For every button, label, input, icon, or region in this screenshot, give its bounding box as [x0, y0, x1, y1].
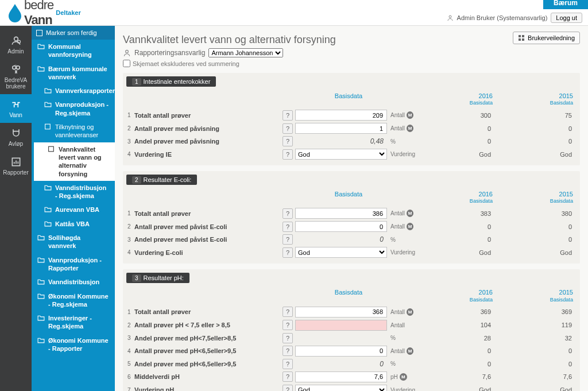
value-input[interactable]	[295, 346, 387, 357]
year1-value: God	[413, 249, 494, 256]
year2-value: 0	[494, 361, 575, 367]
svg-rect-8	[519, 35, 521, 37]
m-badge-icon: M	[407, 210, 413, 217]
row-label: Andel prøver med påvist E-coli	[134, 236, 283, 243]
nav-item-admin[interactable]: Admin	[0, 30, 32, 59]
unit-label: AntallM	[387, 223, 413, 230]
help-button[interactable]: ?	[283, 208, 293, 219]
unit-label: AntallM	[387, 111, 413, 119]
help-button[interactable]: ?	[283, 234, 293, 245]
value-input[interactable]	[295, 123, 387, 134]
value-input[interactable]	[295, 371, 387, 382]
year2-value: 0	[494, 125, 575, 132]
data-row: 3Andel prøver med pH<7,5eller>8,5?%2832	[127, 332, 575, 344]
year2-value: 369	[494, 308, 575, 315]
row-label: Middelverdi pH	[134, 373, 283, 380]
svg-point-1	[14, 37, 18, 41]
sidebar-item[interactable]: Vannproduksjon - Rapporter	[32, 253, 115, 276]
help-button[interactable]: ?	[283, 320, 293, 330]
value-input[interactable]	[295, 208, 387, 219]
value-input[interactable]	[295, 320, 387, 331]
sidebar-item[interactable]: Kommunal vannforsyning	[32, 40, 115, 62]
assessment-select[interactable]: God	[295, 149, 387, 160]
sidebar-item[interactable]: Vannproduksjon - Reg.skjema	[32, 98, 115, 120]
column-header: Basisdata2016Basisdata2015Basisdata	[127, 189, 575, 207]
help-button[interactable]: ?	[283, 333, 293, 343]
sidebar-item[interactable]: Vannkvalitet levert vann og alternativ f…	[32, 142, 115, 181]
help-button[interactable]: ?	[283, 222, 293, 232]
grid-icon	[518, 34, 525, 41]
help-button[interactable]: ?	[283, 247, 293, 258]
sidebar-item[interactable]: Sollihøgda vannverk	[32, 231, 115, 253]
help-button[interactable]: ?	[283, 136, 293, 146]
reporting-responsible-select[interactable]: Armann Johannesson	[208, 48, 283, 57]
year1-value: God	[413, 151, 494, 158]
help-button[interactable]: ?	[283, 359, 293, 369]
sidebar-item[interactable]: Vanndistribusjon - Reg.skjema	[32, 181, 115, 203]
exclude-label: Skjemaet ekskluderes ved summering	[133, 60, 239, 67]
assessment-select[interactable]: God	[295, 247, 387, 258]
help-button[interactable]: ?	[283, 371, 293, 382]
unit-label: pHM	[387, 373, 413, 381]
row-label: Antall prøver pH < 7,5 eller > 8,5	[134, 322, 283, 328]
sidebar-item[interactable]: Vannverksrapporter	[32, 84, 115, 98]
computed-value: 0	[295, 359, 387, 369]
year1-value: 383	[413, 210, 494, 217]
folder-icon	[37, 293, 45, 299]
sidebar-item[interactable]: Tilknytning og vannleveranser	[32, 120, 115, 142]
logo-text: bedreVann	[24, 0, 53, 28]
nav-icon	[10, 35, 22, 47]
sidebar-item[interactable]: Bærum kommunale vannverk	[32, 62, 115, 84]
value-input[interactable]	[295, 110, 387, 121]
sidebar-item[interactable]: Aurevann VBA	[32, 203, 115, 216]
current-user-label: Admin Bruker (Systemansvarlig)	[457, 14, 548, 21]
help-button[interactable]: ?	[283, 346, 293, 356]
help-button[interactable]: ?	[283, 385, 293, 391]
section-header: 1Intestinale enterokokker	[126, 76, 216, 87]
year1-value: God	[413, 386, 494, 391]
row-label: Andel prøver med pH<7,5eller>8,5	[134, 335, 283, 342]
help-button[interactable]: ?	[283, 123, 293, 134]
assessment-select[interactable]: God	[295, 385, 387, 391]
unit-label: AntallM	[387, 210, 413, 217]
sidebar-item[interactable]: Vanndistribusjon	[32, 275, 115, 289]
sidebar-item[interactable]: Kattås VBA	[32, 217, 115, 231]
svg-rect-9	[522, 35, 524, 37]
year1-value: 300	[413, 112, 494, 119]
sidebar-item[interactable]: Økonomi Kommune - Rapporter	[32, 334, 115, 356]
logout-button[interactable]: Logg ut	[551, 13, 582, 23]
year1-value: 104	[413, 322, 494, 328]
folder-icon	[37, 65, 45, 72]
year2-value: 119	[494, 322, 575, 328]
data-row: 4Vurdering E-coli?GodVurderingGodGod	[127, 246, 575, 259]
help-button[interactable]: ?	[283, 110, 293, 121]
primary-nav: AdminBedreVA brukereVannAvløpRapporter	[0, 26, 32, 391]
value-input[interactable]	[295, 221, 387, 232]
user-icon	[123, 49, 131, 57]
nav-item-avløp[interactable]: Avløp	[0, 123, 32, 152]
folder-icon	[37, 278, 45, 285]
nav-item-vann[interactable]: Vann	[0, 94, 32, 123]
exclude-checkbox[interactable]	[123, 60, 130, 67]
nav-item-bedreva-brukere[interactable]: BedreVA brukere	[0, 59, 32, 94]
sidebar-marker[interactable]: Marker som ferdig	[32, 26, 115, 40]
sidebar-item[interactable]: Investeringer - Reg.skjema	[32, 311, 115, 334]
svg-point-3	[12, 66, 16, 69]
computed-value: 0,48	[295, 136, 387, 146]
data-row: 2Antall prøver med påvisning?AntallM00	[127, 122, 575, 135]
unit-label: AntallM	[387, 125, 413, 132]
unit-label: %	[387, 335, 413, 341]
value-input[interactable]	[295, 307, 387, 318]
user-guide-button[interactable]: Brukerveiledning	[513, 32, 580, 44]
row-label: Totalt antall prøver	[134, 308, 283, 315]
data-row: 5Andel prøver med pH<6,5eller>9,5?0%00	[127, 358, 575, 370]
row-label: Totalt antall prøver	[134, 210, 283, 217]
nav-item-rapporter[interactable]: Rapporter	[0, 152, 32, 180]
help-button[interactable]: ?	[283, 149, 293, 160]
help-button[interactable]: ?	[283, 307, 293, 317]
tenant-badge: Bærum	[543, 0, 588, 9]
sidebar-item[interactable]: Økonomi Kommune - Reg.skjema	[32, 289, 115, 312]
nav-icon	[10, 156, 22, 168]
nav-icon	[10, 127, 22, 139]
checkbox-icon[interactable]	[36, 30, 42, 36]
